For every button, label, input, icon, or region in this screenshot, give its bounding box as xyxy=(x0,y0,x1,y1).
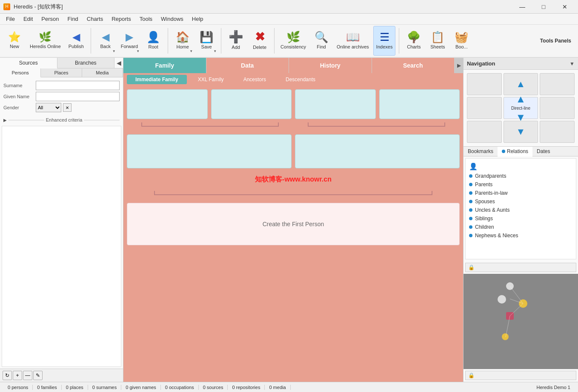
relation-grandparents[interactable]: Grandparents xyxy=(468,172,573,180)
parent-1-card[interactable] xyxy=(127,134,292,168)
menu-file[interactable]: File xyxy=(2,14,19,23)
menu-help[interactable]: Help xyxy=(188,14,208,23)
home-dropdown-icon: ▼ xyxy=(189,49,193,53)
status-persons: 0 persons xyxy=(3,385,33,390)
indexes-label: Indexes xyxy=(376,44,393,50)
sub-tab-ancestors[interactable]: Ancestors xyxy=(235,75,275,84)
sub-tab-places[interactable]: Places xyxy=(41,68,82,77)
menu-person[interactable]: Person xyxy=(37,14,63,23)
sub-tab-xxl-family[interactable]: XXL Family xyxy=(189,75,232,84)
consistency-button[interactable]: 🌿 Consistency xyxy=(278,26,309,56)
nav-cell-8[interactable]: ▼ xyxy=(504,121,538,143)
home-button[interactable]: 🏠 Home ▼ xyxy=(172,26,194,56)
consistency-icon: 🌿 xyxy=(286,31,300,43)
clear-gender-button[interactable]: ✕ xyxy=(63,103,72,112)
save-button[interactable]: 💾 Save ▼ xyxy=(195,26,217,56)
sub-tab-persons[interactable]: Persons xyxy=(0,68,41,77)
left-panel-collapse[interactable]: ◀ xyxy=(114,60,123,66)
nav-cell-3[interactable] xyxy=(540,73,575,95)
relation-parents-in-law[interactable]: Parents-in-law xyxy=(468,189,573,197)
lock-button-2[interactable]: 🔒 xyxy=(465,371,576,380)
menu-reports[interactable]: Reports xyxy=(107,14,135,23)
tab-history[interactable]: History xyxy=(289,58,372,73)
add-icon: ➕ xyxy=(229,31,243,43)
nav-cell-direct-line[interactable]: ▲ Direct-line ▼ xyxy=(504,97,538,119)
menu-edit[interactable]: Edit xyxy=(19,14,37,23)
refresh-button[interactable]: ↻ xyxy=(3,371,12,380)
sheets-button[interactable]: 📋 Sheets xyxy=(426,26,449,56)
left-panel: Sources Branches ◀ Persons Places Media … xyxy=(0,58,123,382)
heredis-online-button[interactable]: 🌿 Heredis Online xyxy=(27,26,63,56)
menu-tools[interactable]: Tools xyxy=(135,14,157,23)
menu-find[interactable]: Find xyxy=(63,14,83,23)
nav-cell-7[interactable] xyxy=(467,121,502,143)
grandparent-3-card[interactable] xyxy=(295,89,376,119)
surname-row: Surname xyxy=(3,81,120,90)
relation-uncles-aunts[interactable]: Uncles & Aunts xyxy=(468,206,573,214)
left-panel-sub-tabs: Persons Places Media xyxy=(0,68,123,77)
book-button[interactable]: 🧺 Boo... xyxy=(450,26,472,56)
left-panel-tabs: Sources Branches xyxy=(0,58,114,68)
grandparent-1-card[interactable] xyxy=(127,89,208,119)
svg-line-3 xyxy=(506,316,510,337)
enhanced-criteria[interactable]: ▶ Enhanced criteria xyxy=(0,116,123,124)
status-sources: 0 sources xyxy=(199,385,228,390)
surname-input[interactable] xyxy=(36,81,120,90)
root-button[interactable]: 👤 Root xyxy=(142,26,164,56)
indexes-button[interactable]: ☰ Indexes xyxy=(373,26,396,56)
parent-2-card[interactable] xyxy=(295,134,460,168)
lock-button[interactable]: 🔒 xyxy=(465,263,576,272)
forward-button[interactable]: ▶ Forward ▼ xyxy=(118,26,140,56)
grandparent-2-card[interactable] xyxy=(211,89,292,119)
close-button[interactable]: ✕ xyxy=(555,1,575,13)
tab-sources[interactable]: Sources xyxy=(0,58,57,68)
publish-button[interactable]: ◀ Publish xyxy=(65,26,87,56)
tab-search[interactable]: Search xyxy=(372,58,455,73)
sub-tab-media[interactable]: Media xyxy=(82,68,123,77)
home-label: Home xyxy=(176,44,189,50)
sub-tab-immediate-family[interactable]: Immediate Family xyxy=(127,75,187,84)
nav-cell-6[interactable] xyxy=(540,97,575,119)
tab-branches[interactable]: Branches xyxy=(57,58,115,68)
given-name-input[interactable] xyxy=(36,92,120,101)
create-first-person[interactable]: Create the First Person xyxy=(127,203,460,245)
gender-select[interactable]: All Male Female xyxy=(36,103,61,112)
online-archives-label: Online archives xyxy=(337,44,369,50)
edit-person-button[interactable]: ✎ xyxy=(33,371,43,380)
remove-person-button[interactable]: — xyxy=(23,371,32,380)
tab-bookmarks[interactable]: Bookmarks xyxy=(464,147,498,156)
right-panel-collapse[interactable]: ▼ xyxy=(569,61,575,67)
nav-grid: ▲ ▲ Direct-line ▼ ▼ xyxy=(464,70,578,146)
menu-charts[interactable]: Charts xyxy=(83,14,107,23)
add-person-button[interactable]: + xyxy=(13,371,22,380)
sub-tab-descendants[interactable]: Descendants xyxy=(277,75,324,84)
minimize-button[interactable]: — xyxy=(512,1,532,13)
online-archives-button[interactable]: 📖 Online archives xyxy=(334,26,372,56)
relation-children[interactable]: Children xyxy=(468,223,573,231)
back-label: Back xyxy=(100,44,111,49)
tab-relations[interactable]: Relations xyxy=(498,147,532,156)
nav-cell-4[interactable] xyxy=(467,97,502,119)
grandparent-4-card[interactable] xyxy=(379,89,460,119)
tab-dates[interactable]: Dates xyxy=(532,147,554,156)
nav-cell-2[interactable]: ▲ xyxy=(504,73,538,95)
tab-bar-expand[interactable]: ▶ xyxy=(455,58,463,73)
delete-button[interactable]: ✖ Delete xyxy=(249,26,271,56)
tab-family[interactable]: Family xyxy=(123,58,206,73)
add-button[interactable]: ➕ Add xyxy=(225,26,247,56)
new-button[interactable]: ⭐ New xyxy=(3,26,26,56)
navigation-title: Navigation xyxy=(467,60,495,67)
relation-parents[interactable]: Parents xyxy=(468,180,573,189)
nav-cell-1[interactable] xyxy=(467,73,502,95)
nav-cell-9[interactable] xyxy=(540,121,575,143)
charts-button[interactable]: 🌳 Charts xyxy=(403,26,425,56)
maximize-button[interactable]: □ xyxy=(534,1,553,13)
relation-spouses[interactable]: Spouses xyxy=(468,197,573,206)
back-button[interactable]: ◀ Back ▼ xyxy=(94,26,117,56)
relation-siblings[interactable]: Siblings xyxy=(468,214,573,223)
menu-windows[interactable]: Windows xyxy=(157,14,188,23)
find-button[interactable]: 🔍 Find xyxy=(310,26,332,56)
relation-nephews-nieces[interactable]: Nephews & Nieces xyxy=(468,231,573,240)
given-name-row: Given Name xyxy=(3,92,120,101)
tab-data[interactable]: Data xyxy=(206,58,289,73)
